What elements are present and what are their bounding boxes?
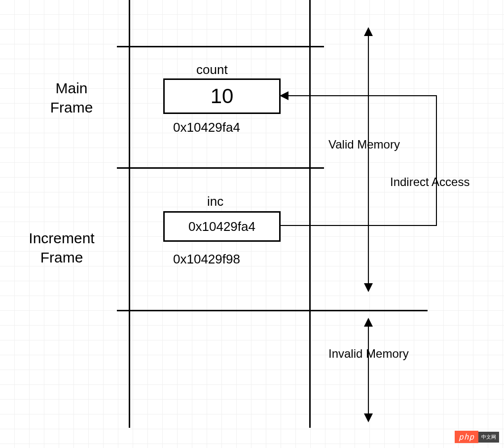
- valid-memory-arrow-down: [364, 283, 373, 292]
- indirect-access-label: Indirect Access: [390, 175, 469, 189]
- frame-divider-bottom: [117, 310, 428, 311]
- indirect-line-2: [436, 95, 437, 226]
- stack-left-border: [129, 0, 130, 428]
- frame-divider-top: [117, 46, 324, 47]
- watermark: php 中文网: [455, 431, 499, 443]
- count-box: 10: [163, 78, 281, 114]
- inc-label: inc: [207, 194, 223, 209]
- inc-address: 0x10429f98: [173, 252, 240, 267]
- count-value: 10: [211, 84, 234, 108]
- diagram-canvas: Main Frame Increment Frame count 10 0x10…: [0, 0, 504, 448]
- valid-memory-arrow-up: [364, 27, 373, 36]
- indirect-arrowhead: [280, 91, 288, 100]
- increment-frame-label: Increment Frame: [10, 228, 113, 267]
- invalid-memory-label: Invalid Memory: [328, 347, 409, 361]
- frame-divider-mid: [117, 167, 324, 169]
- invalid-memory-arrow-down: [364, 413, 373, 422]
- indirect-line-1: [279, 225, 437, 226]
- count-address: 0x10429fa4: [173, 120, 240, 135]
- inc-box: 0x10429fa4: [163, 211, 281, 242]
- inc-value: 0x10429fa4: [188, 219, 255, 234]
- valid-memory-label: Valid Memory: [328, 138, 400, 151]
- indirect-line-3: [288, 95, 437, 96]
- count-label: count: [196, 62, 228, 77]
- main-frame-label: Main Frame: [30, 78, 113, 117]
- watermark-badge: php: [455, 431, 478, 443]
- valid-memory-line: [368, 35, 369, 284]
- invalid-memory-arrow-up: [364, 318, 373, 327]
- watermark-text: 中文网: [478, 432, 499, 443]
- stack-right-border: [309, 0, 311, 428]
- invalid-memory-line: [368, 326, 369, 414]
